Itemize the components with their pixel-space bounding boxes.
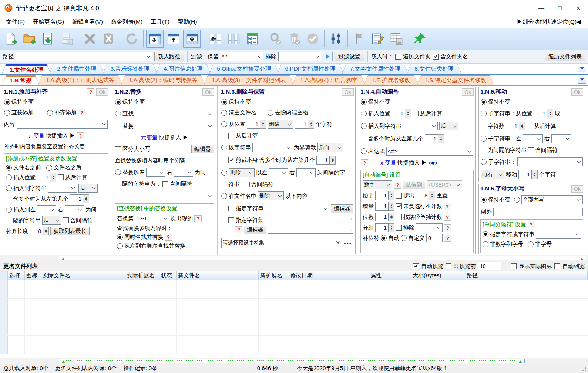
radio-auto-pad[interactable] bbox=[381, 235, 387, 241]
spec-string-checkbox[interactable] bbox=[228, 206, 234, 211]
custom-pad-input[interactable] bbox=[426, 234, 443, 242]
horizontal-splitter[interactable] bbox=[0, 358, 588, 364]
sub-tabs-dropdown-button[interactable] bbox=[578, 76, 586, 84]
left-sep-combo[interactable] bbox=[146, 168, 165, 177]
radio-clear-name[interactable] bbox=[221, 110, 227, 116]
radio-find[interactable] bbox=[115, 111, 121, 116]
radio-keep[interactable] bbox=[221, 99, 227, 105]
ok-button[interactable]: Ok bbox=[462, 88, 474, 96]
ok-button[interactable]: Ok bbox=[571, 88, 583, 96]
help-button[interactable]: ? bbox=[78, 109, 85, 116]
subtab-regex[interactable]: 1.A.高级(1)：正则表达式等 bbox=[38, 75, 122, 85]
assign-to-button[interactable]: 赋值到 bbox=[403, 181, 425, 189]
replace-combo[interactable] bbox=[135, 122, 214, 130]
charset-textarea[interactable]: ˄˅ bbox=[268, 217, 353, 234]
help-button[interactable]: ? bbox=[87, 88, 94, 95]
editor-button[interactable]: 编辑器 bbox=[331, 204, 353, 213]
radio-insert-to-string[interactable] bbox=[6, 185, 12, 191]
path-combo[interactable] bbox=[16, 52, 152, 61]
quick-locate-label[interactable]: ▶部分功能快速定位(Q)◀ bbox=[517, 18, 586, 26]
left-sep-combo[interactable] bbox=[37, 205, 56, 214]
from-back-checkbox[interactable] bbox=[413, 111, 419, 116]
subtab-special-type[interactable]: 1.S.特定类型文件名修改 bbox=[417, 75, 494, 85]
menu-file[interactable]: 文件(F) bbox=[2, 17, 29, 27]
adjust-options-button[interactable] bbox=[327, 30, 345, 48]
load-path-button[interactable]: 载入路径 bbox=[154, 52, 184, 61]
content-combo[interactable] bbox=[17, 120, 108, 129]
panel-top-view-button[interactable] bbox=[165, 30, 182, 48]
tab-file-classify[interactable]: 8.文件归类处理 bbox=[407, 64, 461, 74]
skip-unchecked-checkbox[interactable] bbox=[396, 203, 402, 209]
column-header-attr[interactable]: 属性 bbox=[369, 271, 411, 280]
overflow-spinner[interactable]: 8 bbox=[416, 191, 435, 200]
horizontal-splitter[interactable] bbox=[0, 255, 588, 261]
from-back-checkbox[interactable] bbox=[58, 174, 64, 180]
preset-charset-combo[interactable]: 请选择预设字符集✕••• bbox=[221, 238, 353, 248]
apply-check-button[interactable] bbox=[304, 30, 322, 48]
radio-non-alpha[interactable] bbox=[528, 241, 534, 247]
cut-side-combo[interactable]: 后面 bbox=[317, 143, 343, 152]
more-icon[interactable]: ••• bbox=[344, 240, 352, 246]
before-after-combo[interactable]: 后 bbox=[439, 122, 458, 130]
radio-replace-between[interactable] bbox=[115, 169, 121, 175]
subtab-extension[interactable]: 1.E.扩展名修改 bbox=[364, 75, 418, 85]
cut-self-checkbox[interactable] bbox=[228, 157, 234, 163]
case-mode-combo[interactable]: 全部大写 bbox=[521, 195, 583, 204]
nth-spinner[interactable]: 1 bbox=[316, 156, 336, 165]
column-header-new-ext[interactable]: 新扩展名 bbox=[259, 271, 289, 280]
radio-delete-between[interactable] bbox=[221, 170, 227, 176]
minimize-button[interactable]: — bbox=[532, 0, 551, 16]
increment-spinner[interactable]: 1 bbox=[375, 202, 394, 211]
substr-pos-spinner[interactable]: 1 bbox=[534, 109, 553, 118]
column-header-real-ext[interactable]: 实际扩展名 bbox=[125, 271, 159, 280]
help-button[interactable]: ? bbox=[361, 159, 368, 166]
radio-in-name[interactable] bbox=[221, 193, 227, 199]
metavar-link[interactable]: 元变量 bbox=[28, 132, 44, 139]
editor-button[interactable]: 编辑器 bbox=[191, 145, 214, 153]
from-back-checkbox[interactable] bbox=[527, 123, 532, 129]
replacement-combo[interactable] bbox=[115, 191, 214, 200]
delete-mode-combo[interactable]: 删除 bbox=[268, 120, 293, 129]
tab-office-summary[interactable]: 5.Office文档摘要处理 bbox=[209, 64, 279, 74]
help-button[interactable]: ? bbox=[235, 226, 242, 233]
right-sep-combo[interactable] bbox=[551, 134, 571, 143]
ok-button[interactable]: Ok bbox=[571, 185, 583, 193]
radio-insert-pos[interactable] bbox=[6, 174, 12, 180]
preview-count-input[interactable] bbox=[478, 262, 501, 270]
radio-pad-add[interactable] bbox=[47, 110, 53, 116]
ok-button[interactable]: Ok bbox=[96, 88, 108, 96]
include-sep-checkbox[interactable] bbox=[63, 217, 69, 223]
right-sep-combo[interactable] bbox=[65, 205, 84, 214]
find-combo[interactable] bbox=[135, 109, 214, 118]
before-after-combo[interactable]: 后 bbox=[78, 184, 98, 193]
add-files-button[interactable] bbox=[2, 30, 20, 48]
nth-spinner[interactable]: 1 bbox=[425, 134, 444, 143]
filter-settings-button[interactable]: 过滤设置 bbox=[335, 52, 364, 61]
exclude-combo[interactable] bbox=[416, 223, 443, 232]
flag-mark-button[interactable] bbox=[350, 30, 368, 48]
metavar-link[interactable]: 元变量 bbox=[379, 159, 396, 166]
pad-length-spinner[interactable]: 8 bbox=[30, 227, 49, 235]
metavar-link[interactable]: 元变量 bbox=[141, 134, 157, 141]
between-mode-combo[interactable]: 删除 bbox=[229, 168, 255, 177]
radio-direct-add[interactable] bbox=[4, 110, 10, 116]
column-header-path[interactable]: 路径 bbox=[465, 271, 588, 280]
radio-keep[interactable] bbox=[4, 99, 10, 105]
left-sep-combo[interactable] bbox=[269, 168, 288, 177]
group-spinner[interactable]: 1 bbox=[375, 223, 394, 232]
help-button[interactable]: ? bbox=[528, 221, 535, 228]
substr-combo[interactable] bbox=[517, 157, 583, 166]
sep-pos-combo[interactable]: 后 bbox=[42, 216, 61, 225]
help-button[interactable]: ? bbox=[444, 235, 451, 242]
include-sep-checkbox[interactable] bbox=[528, 147, 534, 153]
filter-keep-combo[interactable]: *.* bbox=[221, 52, 263, 61]
move-spinner[interactable]: 1 bbox=[518, 170, 538, 179]
start-spinner[interactable]: 1 bbox=[375, 191, 394, 200]
radio-trim-spaces[interactable] bbox=[268, 110, 273, 116]
right-sep-combo[interactable] bbox=[174, 168, 193, 177]
spec-string-combo[interactable] bbox=[265, 204, 329, 213]
direction-combo[interactable]: 向右 bbox=[481, 170, 504, 179]
main-tabs-dropdown-button[interactable] bbox=[578, 65, 586, 72]
radio-substr-pos[interactable] bbox=[481, 111, 487, 116]
subtab-compare-list[interactable]: 1.A.高级(3)：文件名对照列表 bbox=[204, 75, 294, 85]
